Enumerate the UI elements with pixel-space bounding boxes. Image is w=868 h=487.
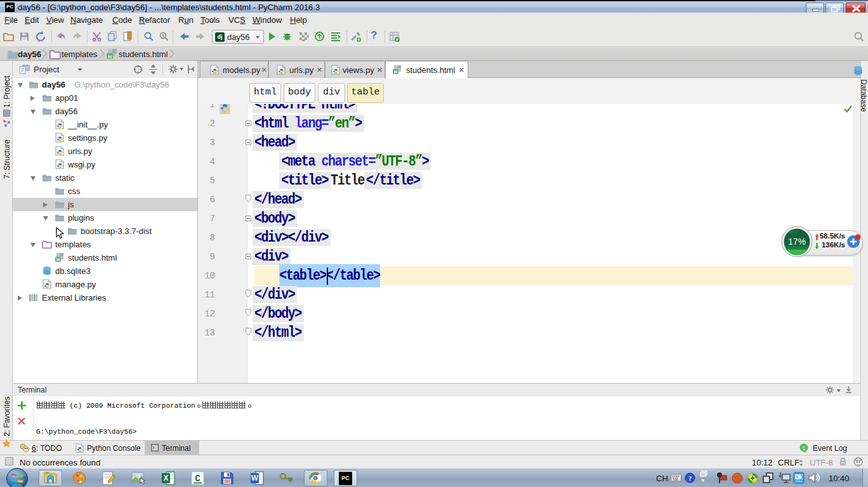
svg-text:?: ? xyxy=(688,474,692,482)
svg-text:17%: 17% xyxy=(788,237,806,247)
svg-text:X: X xyxy=(163,474,168,483)
svg-text:W: W xyxy=(251,474,259,483)
svg-text:H: H xyxy=(108,54,112,60)
svg-text:C: C xyxy=(195,474,201,484)
svg-text:1: 1 xyxy=(802,445,805,451)
